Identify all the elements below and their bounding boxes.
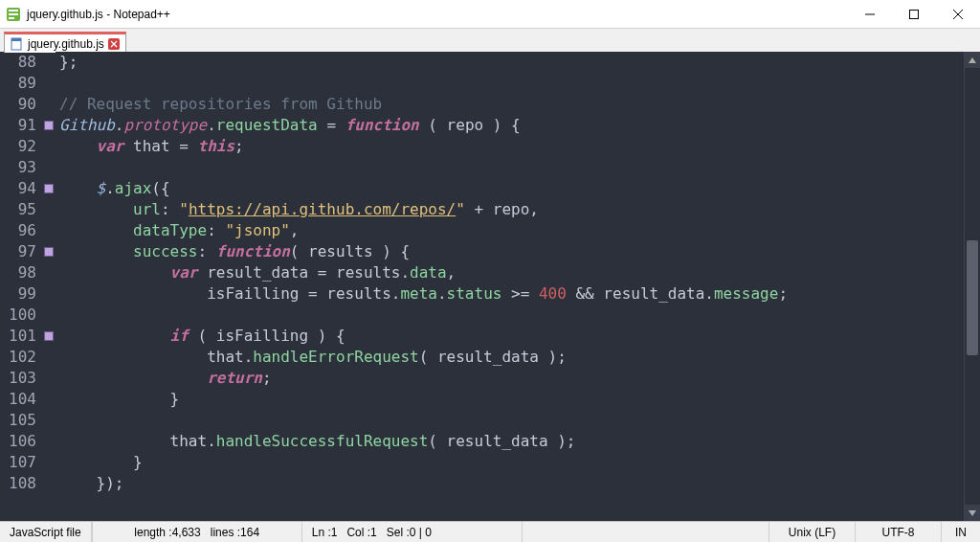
title-bar: jquery.github.js - Notepad++ xyxy=(0,0,980,29)
svg-rect-2 xyxy=(9,13,18,15)
window-title: jquery.github.js - Notepad++ xyxy=(27,8,848,21)
line-number: 104 xyxy=(0,389,36,410)
window-controls xyxy=(848,0,980,28)
status-position: Ln : 1 Col : 1 Sel : 0 | 0 xyxy=(302,522,523,542)
file-icon xyxy=(11,37,24,51)
line-number: 107 xyxy=(0,452,36,473)
vertical-scrollbar[interactable] xyxy=(964,52,980,521)
minimize-button[interactable] xyxy=(848,0,892,29)
line-number: 97 xyxy=(0,241,36,262)
svg-rect-5 xyxy=(910,11,919,19)
editor: 8889909192939495969798991001011021031041… xyxy=(0,52,980,521)
line-number: 102 xyxy=(0,347,36,368)
tab-bar: jquery.github.js xyxy=(0,29,980,52)
scrollbar-track[interactable] xyxy=(965,68,980,505)
fold-cell xyxy=(42,326,56,347)
fold-cell xyxy=(42,452,56,473)
close-button[interactable] xyxy=(936,0,980,29)
status-encoding: UTF-8 xyxy=(856,522,942,542)
chevron-down-icon xyxy=(969,509,976,517)
status-length: length : 4,633 lines : 164 xyxy=(92,522,302,542)
fold-toggle[interactable] xyxy=(44,247,54,257)
tab-label: jquery.github.js xyxy=(28,37,104,51)
line-number: 94 xyxy=(0,178,36,199)
fold-cell xyxy=(42,178,56,199)
fold-cell xyxy=(42,283,56,305)
scroll-up-button[interactable] xyxy=(965,52,980,68)
fold-cell xyxy=(42,73,56,94)
line-number-gutter: 8889909192939495969798991001011021031041… xyxy=(0,52,42,521)
line-number: 100 xyxy=(0,305,36,326)
line-number: 103 xyxy=(0,368,36,389)
svg-rect-9 xyxy=(11,38,21,41)
line-number: 106 xyxy=(0,431,36,452)
line-number: 99 xyxy=(0,283,36,305)
fold-cell xyxy=(42,157,56,178)
fold-cell xyxy=(42,431,56,452)
chevron-up-icon xyxy=(969,56,976,64)
close-icon xyxy=(953,10,963,19)
line-number: 105 xyxy=(0,410,36,431)
maximize-icon xyxy=(909,10,919,19)
file-tab[interactable]: jquery.github.js xyxy=(4,32,126,53)
svg-marker-13 xyxy=(969,510,976,516)
fold-cell xyxy=(42,220,56,241)
line-number: 89 xyxy=(0,73,36,94)
fold-cell xyxy=(42,389,56,410)
line-number: 95 xyxy=(0,199,36,220)
line-number: 96 xyxy=(0,220,36,241)
status-spacer xyxy=(523,522,769,542)
fold-cell xyxy=(42,347,56,368)
line-number: 90 xyxy=(0,94,36,115)
close-icon xyxy=(110,40,118,48)
maximize-button[interactable] xyxy=(892,0,936,29)
fold-cell xyxy=(42,52,56,73)
fold-toggle[interactable] xyxy=(44,121,54,130)
fold-cell xyxy=(42,136,56,157)
svg-rect-3 xyxy=(9,17,14,19)
status-bar: JavaScript file length : 4,633 lines : 1… xyxy=(0,521,980,542)
scroll-down-button[interactable] xyxy=(965,505,980,521)
code-area[interactable]: }; // Request repositories from GithubGi… xyxy=(56,52,964,521)
status-language: JavaScript file xyxy=(0,522,92,542)
fold-cell xyxy=(42,410,56,431)
scrollbar-thumb[interactable] xyxy=(967,240,978,355)
fold-cell xyxy=(42,368,56,389)
minimize-icon xyxy=(865,10,875,19)
fold-cell xyxy=(42,473,56,494)
fold-cell xyxy=(42,94,56,115)
line-number: 92 xyxy=(0,136,36,157)
status-eol: Unix (LF) xyxy=(769,522,856,542)
fold-column xyxy=(42,52,56,521)
fold-toggle[interactable] xyxy=(44,184,54,193)
fold-cell xyxy=(42,262,56,283)
svg-rect-1 xyxy=(9,10,18,11)
line-number: 101 xyxy=(0,326,36,347)
fold-toggle[interactable] xyxy=(44,331,54,341)
fold-cell xyxy=(42,199,56,220)
tab-close-button[interactable] xyxy=(108,38,120,50)
svg-marker-12 xyxy=(969,57,976,63)
line-number: 88 xyxy=(0,52,36,73)
line-number: 93 xyxy=(0,157,36,178)
line-number: 91 xyxy=(0,115,36,136)
app-icon xyxy=(6,7,21,22)
fold-cell xyxy=(42,305,56,326)
fold-cell xyxy=(42,241,56,262)
fold-cell xyxy=(42,115,56,136)
line-number: 98 xyxy=(0,262,36,283)
status-insert-mode: IN xyxy=(942,522,980,542)
line-number: 108 xyxy=(0,473,36,494)
